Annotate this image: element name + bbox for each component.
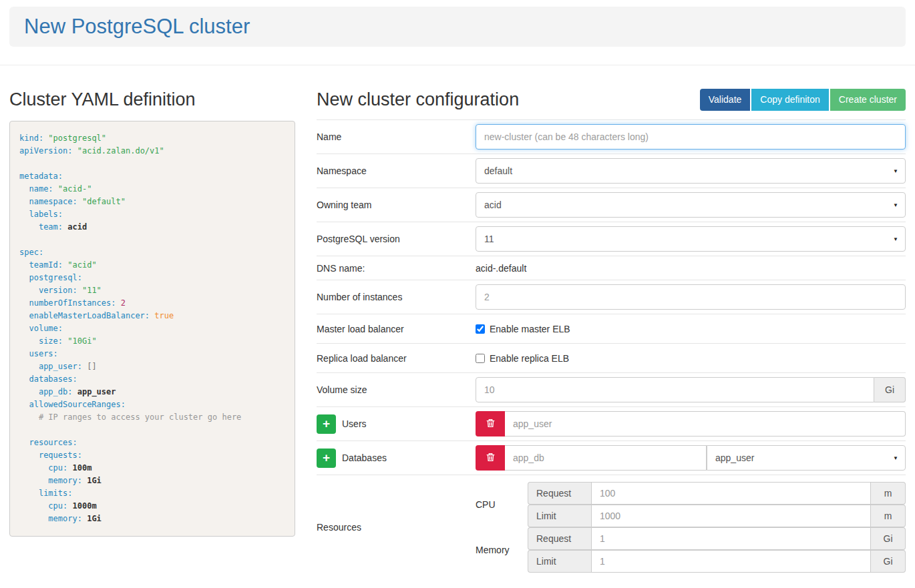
cluster-config-panel: New cluster configuration Validate Copy … — [317, 65, 906, 578]
trash-icon — [486, 452, 496, 465]
cpu-limit-group: Limit m — [528, 505, 906, 527]
databases-row: + Databases app_ — [317, 440, 906, 475]
cpu-limit-addon: Limit — [528, 505, 591, 527]
cpu-request-unit: m — [871, 482, 906, 505]
page-title: New PostgreSQL cluster — [24, 15, 250, 39]
users-label: Users — [342, 418, 367, 429]
owning-team-label: Owning team — [317, 200, 476, 210]
owning-team-row: Owning team acid ▼ — [317, 188, 906, 222]
memory-limit-addon: Limit — [528, 550, 591, 573]
namespace-select[interactable]: default — [476, 158, 906, 184]
owning-team-select[interactable]: acid — [476, 192, 906, 218]
memory-request-input[interactable] — [591, 527, 871, 550]
plus-icon: + — [323, 417, 330, 430]
user-name-input[interactable] — [505, 411, 906, 436]
master-lb-label: Master load balancer — [317, 324, 476, 334]
dns-name-row: DNS name: acid-.default — [317, 256, 906, 280]
dns-name-value: acid-.default — [476, 263, 526, 274]
page-header: New PostgreSQL cluster — [9, 7, 906, 47]
master-elb-checkbox-label: Enable master ELB — [490, 324, 570, 334]
master-elb-checkbox[interactable] — [476, 324, 485, 334]
memory-request-addon: Request — [528, 527, 591, 550]
yaml-code: kind: "postgresql"apiVersion: "acid.zala… — [9, 121, 295, 537]
memory-request-group: Request Gi — [528, 527, 906, 550]
name-row: Name — [317, 119, 906, 154]
pg-version-row: PostgreSQL version 11 ▼ — [317, 222, 906, 256]
plus-icon: + — [323, 451, 330, 464]
name-label: Name — [317, 131, 476, 142]
pg-version-select[interactable]: 11 — [476, 226, 906, 252]
memory-limit-input[interactable] — [591, 550, 871, 573]
pg-version-label: PostgreSQL version — [317, 234, 476, 244]
volume-size-label: Volume size — [317, 384, 476, 395]
memory-request-unit: Gi — [871, 527, 906, 550]
instances-row: Number of instances — [317, 280, 906, 314]
cluster-name-input[interactable] — [476, 124, 906, 150]
namespace-row: Namespace default ▼ — [317, 154, 906, 188]
dns-name-label: DNS name: — [317, 263, 476, 274]
copy-definition-button[interactable]: Copy definiton — [751, 89, 829, 111]
cpu-limit-input[interactable] — [591, 505, 871, 527]
config-heading: New cluster configuration — [317, 88, 519, 111]
replica-lb-label: Replica load balancer — [317, 353, 476, 364]
delete-user-button[interactable] — [476, 411, 505, 436]
database-owner-select[interactable]: app_user — [707, 445, 906, 471]
databases-label: Databases — [342, 453, 387, 463]
database-name-input[interactable] — [505, 445, 707, 471]
resources-row: Resources CPU Memory Request m Limit m — [317, 475, 906, 578]
cpu-request-group: Request m — [528, 482, 906, 505]
yaml-definition-panel: Cluster YAML definition kind: "postgresq… — [9, 65, 295, 537]
instances-input[interactable] — [476, 284, 906, 310]
volume-size-row: Volume size Gi — [317, 372, 906, 406]
memory-label: Memory — [476, 527, 528, 573]
action-buttons: Validate Copy definiton Create cluster — [700, 89, 906, 111]
volume-unit-addon: Gi — [874, 377, 906, 402]
replica-elb-checkbox-label: Enable replica ELB — [490, 353, 569, 364]
users-row: + Users — [317, 406, 906, 440]
validate-button[interactable]: Validate — [700, 89, 751, 111]
trash-icon — [486, 418, 496, 430]
resources-label: Resources — [317, 522, 476, 533]
master-lb-row: Master load balancer Enable master ELB — [317, 314, 906, 343]
delete-database-button[interactable] — [476, 445, 505, 471]
cpu-request-input[interactable] — [591, 482, 871, 505]
instances-label: Number of instances — [317, 292, 476, 302]
replica-lb-row: Replica load balancer Enable replica ELB — [317, 343, 906, 372]
add-user-button[interactable]: + — [317, 414, 336, 434]
replica-elb-checkbox[interactable] — [476, 354, 485, 363]
yaml-panel-heading: Cluster YAML definition — [9, 88, 295, 111]
volume-size-input[interactable] — [476, 377, 874, 402]
cpu-limit-unit: m — [871, 505, 906, 527]
add-database-button[interactable]: + — [317, 449, 336, 468]
cpu-label: CPU — [476, 482, 528, 527]
memory-limit-group: Limit Gi — [528, 550, 906, 573]
memory-limit-unit: Gi — [871, 550, 906, 573]
create-cluster-button[interactable]: Create cluster — [830, 89, 906, 111]
cpu-request-addon: Request — [528, 482, 591, 505]
namespace-label: Namespace — [317, 166, 476, 176]
